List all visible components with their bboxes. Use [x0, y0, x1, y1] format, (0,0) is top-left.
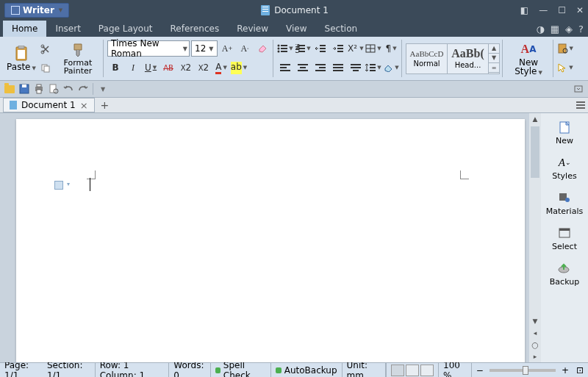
tab-indicator[interactable]: [54, 181, 63, 190]
font-size-select[interactable]: 12 ▼: [191, 40, 218, 57]
document-canvas[interactable]: [0, 113, 529, 362]
options-button[interactable]: ◈: [565, 24, 573, 35]
subscript-button[interactable]: X2: [196, 60, 212, 76]
style-scroll-up[interactable]: ▲: [489, 44, 499, 54]
shrink-font-button[interactable]: A-: [237, 40, 253, 57]
close-window-button[interactable]: ✕: [576, 5, 584, 15]
superscript-button[interactable]: X2: [178, 60, 194, 76]
float-window-button[interactable]: ◧: [520, 5, 528, 15]
bullet-list-icon: [277, 44, 287, 53]
tab-review[interactable]: Review: [228, 21, 277, 37]
tab-references[interactable]: References: [162, 21, 229, 37]
zoom-level[interactable]: 100 %: [439, 363, 472, 377]
highlight-button[interactable]: ab▼: [231, 60, 247, 76]
shading-button[interactable]: ▼: [383, 60, 399, 76]
zoom-in-button[interactable]: +: [562, 365, 569, 376]
zoom-knob[interactable]: [523, 366, 528, 375]
align-right-button[interactable]: [312, 60, 329, 76]
border-button[interactable]: ▼: [365, 40, 381, 57]
redo-button[interactable]: [76, 82, 90, 96]
qat-customize[interactable]: ▼: [96, 82, 110, 96]
side-select[interactable]: Select: [541, 223, 588, 254]
cut-button[interactable]: [37, 41, 54, 57]
status-unit[interactable]: Unit: mm: [343, 363, 386, 377]
app-menu-button[interactable]: Writer ▼: [4, 3, 69, 18]
align-left-button[interactable]: [277, 60, 293, 76]
format-painter-button[interactable]: Format Painter: [55, 40, 101, 78]
side-backup[interactable]: Backup: [541, 259, 588, 290]
side-new[interactable]: New: [541, 118, 588, 148]
align-center-button[interactable]: [295, 60, 311, 76]
view-outline-button[interactable]: [406, 365, 419, 376]
vertical-scrollbar[interactable]: ▲ ▼ ◂ ○ ▸: [529, 113, 541, 362]
save-button[interactable]: [18, 82, 31, 96]
style-gallery[interactable]: AaBbCcD Normal AaBb( Head... ▲ ▼ ≡: [406, 43, 500, 74]
status-spellcheck[interactable]: Spell Check: [211, 363, 270, 377]
scroll-thumb[interactable]: [531, 126, 539, 178]
status-words[interactable]: Words: 0: [169, 363, 211, 377]
minimize-button[interactable]: —: [539, 5, 548, 15]
underline-button[interactable]: U▼: [143, 60, 159, 76]
best-fit-button[interactable]: ⊡: [576, 365, 584, 376]
browse-object-button[interactable]: ○: [529, 339, 541, 351]
print-button[interactable]: [32, 82, 46, 96]
tab-list-button[interactable]: [576, 101, 585, 109]
italic-button[interactable]: I: [125, 60, 141, 76]
help-button[interactable]: ?: [578, 24, 584, 35]
collapse-icon: [573, 84, 584, 94]
document-tab[interactable]: Document 1 ×: [3, 98, 95, 112]
align-distribute-button[interactable]: [348, 60, 364, 76]
find-replace-button[interactable]: ▼: [557, 40, 573, 57]
status-rowcol[interactable]: Row: 1 Column: 1: [96, 363, 170, 377]
line-spacing-button[interactable]: ▼: [365, 60, 381, 76]
bullet-list-button[interactable]: ▼: [277, 40, 293, 57]
skin-button[interactable]: ◑: [536, 24, 544, 35]
style-normal[interactable]: AaBbCcD Normal: [406, 44, 448, 73]
zoom-slider[interactable]: [490, 369, 556, 372]
view-page-button[interactable]: [391, 365, 404, 376]
cloud-button[interactable]: ▦: [551, 24, 559, 35]
copy-button[interactable]: [37, 60, 54, 76]
print-preview-button[interactable]: [47, 82, 60, 96]
next-page-button[interactable]: ▸: [529, 351, 541, 362]
maximize-button[interactable]: ☐: [558, 5, 566, 15]
decrease-indent-button[interactable]: [312, 40, 329, 57]
status-page[interactable]: Page: 1/1 Section: 1/1: [0, 363, 96, 377]
close-tab-button[interactable]: ×: [80, 100, 88, 111]
undo-button[interactable]: [62, 82, 75, 96]
tab-section[interactable]: Section: [316, 21, 367, 37]
paste-button[interactable]: Paste▼: [7, 40, 36, 78]
view-web-button[interactable]: [420, 365, 434, 376]
font-family-select[interactable]: Times New Roman ▼: [107, 40, 190, 57]
style-expand[interactable]: ≡: [489, 63, 499, 73]
side-materials[interactable]: Materials: [541, 188, 588, 219]
scroll-up-button[interactable]: ▲: [529, 113, 541, 125]
select-button[interactable]: ▼: [557, 60, 573, 76]
para-layout-button[interactable]: X²▼: [348, 40, 364, 57]
style-scroll-down[interactable]: ▼: [489, 54, 499, 63]
status-autobackup[interactable]: AutoBackup: [271, 363, 343, 377]
align-justify-button[interactable]: [330, 60, 346, 76]
new-tab-button[interactable]: +: [101, 99, 110, 111]
page[interactable]: [16, 119, 525, 362]
bold-button[interactable]: B: [107, 60, 123, 76]
style-heading[interactable]: AaBb( Head...: [448, 44, 489, 73]
prev-page-button[interactable]: ◂: [529, 327, 541, 339]
collapse-ribbon-button[interactable]: [572, 82, 585, 96]
scroll-down-button[interactable]: ▼: [529, 315, 541, 327]
side-styles[interactable]: A⌄ Styles: [541, 153, 588, 184]
tab-view[interactable]: View: [277, 21, 315, 37]
clear-format-button[interactable]: [254, 40, 270, 57]
open-button[interactable]: [3, 82, 16, 96]
number-list-button[interactable]: 123▼: [295, 40, 311, 57]
strikethrough-button[interactable]: AB: [160, 60, 176, 76]
tab-home[interactable]: Home: [3, 21, 46, 37]
font-color-button[interactable]: A▼: [213, 60, 229, 76]
zoom-out-button[interactable]: −: [476, 365, 484, 376]
grow-font-button[interactable]: A+: [219, 40, 235, 57]
tab-page-layout[interactable]: Page Layout: [90, 21, 162, 37]
new-style-button[interactable]: AA New Style▼: [506, 40, 551, 78]
tab-insert[interactable]: Insert: [46, 21, 89, 37]
increase-indent-button[interactable]: [330, 40, 346, 57]
show-hide-button[interactable]: ¶▼: [383, 40, 399, 57]
